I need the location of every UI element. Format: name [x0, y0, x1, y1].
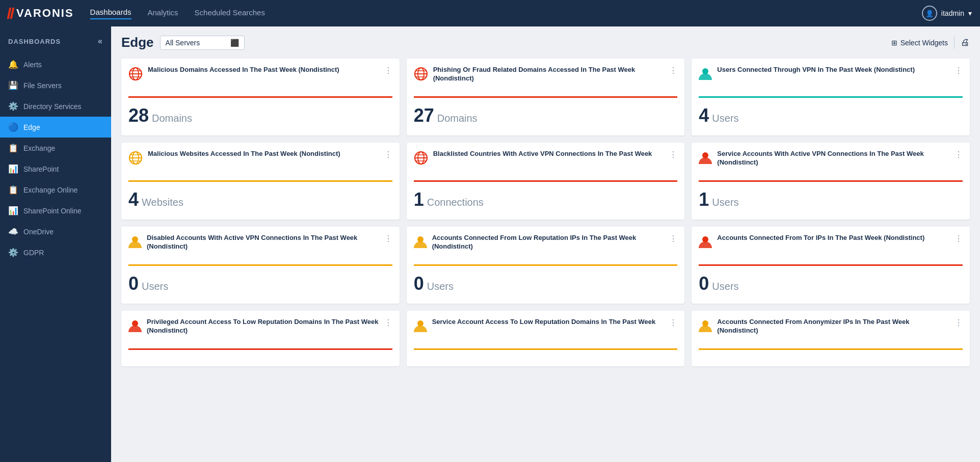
user-icon [414, 319, 427, 336]
avatar: 👤 [922, 6, 937, 21]
widget-body: 4Users [692, 98, 970, 135]
widget-card-w5: Blacklisted Countries With Active VPN Co… [407, 143, 685, 220]
widget-grid: Malicious Domains Accessed In The Past W… [121, 59, 970, 366]
bell-icon: 🔔 [8, 60, 18, 69]
user-icon [414, 235, 427, 252]
sharepoint-icon: 📊 [8, 164, 18, 174]
widget-unit: Users [427, 281, 454, 292]
sidebar-item-edge-label: Edge [23, 123, 40, 131]
widget-menu-button[interactable]: ⋮ [955, 66, 963, 75]
sidebar-item-exchange-online[interactable]: 📋 Exchange Online [0, 179, 111, 200]
widget-count: 28 [128, 105, 149, 126]
widget-header: Service Account Access To Low Reputation… [407, 311, 685, 343]
widget-unit: Users [142, 281, 168, 292]
widget-count: 1 [414, 189, 424, 210]
sidebar-item-gdpr-label: GDPR [23, 249, 44, 257]
globe-icon [128, 151, 143, 168]
sidebar-item-onedrive[interactable]: ☁️ OneDrive [0, 221, 111, 242]
widget-card-w6: Service Accounts With Active VPN Connect… [692, 143, 970, 220]
widget-card-w1: Malicious Domains Accessed In The Past W… [121, 59, 400, 135]
select-widgets-button[interactable]: ⊞ Select Widgets [891, 39, 948, 47]
file-servers-icon: 💾 [8, 80, 18, 90]
user-icon [128, 319, 142, 336]
widget-title: Accounts Connected From Anonymizer IPs I… [717, 318, 949, 335]
server-select-value: All Servers [166, 39, 200, 47]
widget-menu-button[interactable]: ⋮ [384, 234, 392, 243]
widget-header: Blacklisted Countries With Active VPN Co… [407, 143, 685, 175]
widget-menu-button[interactable]: ⋮ [955, 150, 963, 159]
widget-menu-button[interactable]: ⋮ [384, 66, 392, 75]
widget-count: 1 [699, 189, 709, 210]
widget-header: Malicious Websites Accessed In The Past … [121, 143, 400, 175]
sidebar-item-alerts[interactable]: 🔔 Alerts [0, 54, 111, 75]
header-divider [954, 37, 955, 49]
print-button[interactable]: 🖨 [961, 37, 970, 48]
widget-title: Service Accounts With Active VPN Connect… [717, 150, 949, 167]
sidebar-header: DASHBOARDS « [0, 37, 111, 54]
content-header: Edge All Servers ⬛ ⊞ Select Widgets 🖨 [121, 35, 970, 50]
logo-icon [8, 8, 16, 19]
widget-body: 0Users [692, 266, 970, 304]
widget-title: Accounts Connected From Tor IPs In The P… [717, 234, 949, 242]
page-title: Edge [121, 35, 154, 50]
sidebar-item-sharepoint-online[interactable]: 📊 SharePoint Online [0, 200, 111, 221]
widget-body [692, 350, 970, 366]
widget-menu-button[interactable]: ⋮ [955, 234, 963, 243]
sidebar-item-gdpr[interactable]: ⚙️ GDPR [0, 242, 111, 263]
widget-body: 0Users [407, 266, 685, 304]
widget-menu-button[interactable]: ⋮ [669, 318, 677, 328]
server-select-dropdown[interactable]: All Servers ⬛ [160, 36, 245, 50]
sidebar-item-sharepoint-online-label: SharePoint Online [23, 207, 82, 215]
widget-count: 0 [414, 273, 424, 294]
user-icon [699, 67, 712, 84]
widget-header: Accounts Connected From Tor IPs In The P… [692, 227, 970, 259]
widget-menu-button[interactable]: ⋮ [384, 150, 392, 159]
gdpr-icon: ⚙️ [8, 248, 18, 257]
logo: VARONIS [8, 7, 74, 20]
sidebar-item-exchange-online-label: Exchange Online [23, 186, 78, 194]
widget-card-w7: Disabled Accounts With Active VPN Connec… [121, 227, 400, 304]
widget-header: Service Accounts With Active VPN Connect… [692, 143, 970, 175]
widget-unit: Users [712, 113, 738, 124]
sidebar-item-alerts-label: Alerts [23, 61, 42, 69]
sidebar-item-file-servers[interactable]: 💾 File Servers [0, 75, 111, 96]
widget-title: Malicious Domains Accessed In The Past W… [148, 66, 379, 74]
user-menu[interactable]: 👤 itadmin ▾ [922, 6, 972, 21]
widget-menu-button[interactable]: ⋮ [669, 66, 677, 75]
user-icon [699, 319, 712, 336]
widget-header: Accounts Connected From Anonymizer IPs I… [692, 311, 970, 343]
sidebar: DASHBOARDS « 🔔 Alerts 💾 File Servers ⚙️ … [0, 26, 111, 462]
top-navigation: VARONIS Dashboards Analytics Scheduled S… [0, 0, 980, 26]
widget-menu-button[interactable]: ⋮ [669, 150, 677, 159]
sidebar-item-exchange[interactable]: 📋 Exchange [0, 138, 111, 158]
widget-title: Service Account Access To Low Reputation… [432, 318, 665, 327]
chevron-down-icon: ▾ [968, 9, 972, 17]
widget-title: Phishing Or Fraud Related Domains Access… [433, 66, 665, 83]
widget-menu-button[interactable]: ⋮ [669, 234, 677, 243]
nav-analytics[interactable]: Analytics [148, 8, 178, 19]
widget-header: Malicious Domains Accessed In The Past W… [121, 59, 400, 91]
edge-icon: 🔵 [8, 122, 18, 132]
nav-scheduled-searches[interactable]: Scheduled Searches [195, 8, 265, 19]
sidebar-item-directory-services[interactable]: ⚙️ Directory Services [0, 96, 111, 117]
nav-dashboards[interactable]: Dashboards [90, 8, 131, 19]
globe-icon [128, 67, 143, 84]
widget-body: 0Users [121, 266, 400, 304]
widget-header: Accounts Connected From Low Reputation I… [407, 227, 685, 259]
user-icon [699, 235, 712, 252]
widget-card-w2: Phishing Or Fraud Related Domains Access… [407, 59, 685, 135]
sidebar-title: DASHBOARDS [8, 38, 61, 45]
nav-items: Dashboards Analytics Scheduled Searches [90, 8, 922, 19]
widget-body: 1Users [692, 182, 970, 220]
widget-menu-button[interactable]: ⋮ [955, 318, 963, 328]
logo-text: VARONIS [16, 7, 74, 20]
sidebar-item-edge[interactable]: 🔵 Edge [0, 117, 111, 138]
widget-unit: Websites [142, 197, 183, 208]
widget-count: 0 [128, 273, 139, 294]
widget-body: 1Connections [407, 182, 685, 220]
globe-icon [414, 67, 428, 84]
widget-menu-button[interactable]: ⋮ [384, 318, 392, 328]
widget-unit: Users [712, 197, 738, 208]
collapse-sidebar-button[interactable]: « [98, 37, 103, 46]
sidebar-item-sharepoint[interactable]: 📊 SharePoint [0, 158, 111, 179]
